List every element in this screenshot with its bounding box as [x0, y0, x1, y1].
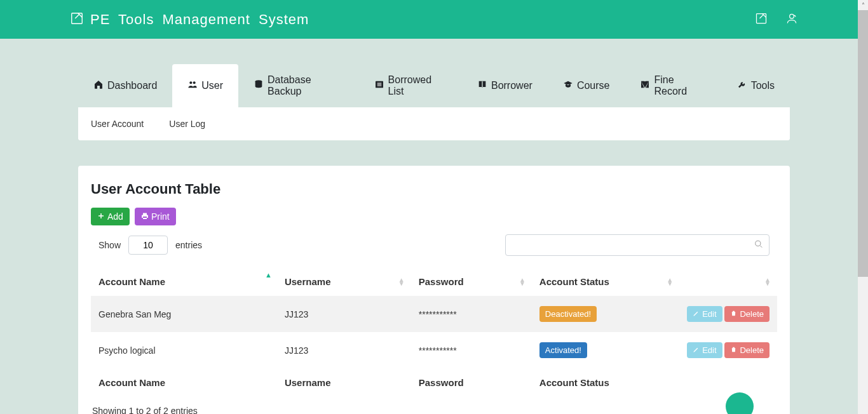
sort-icon: ▲▼ — [764, 278, 771, 286]
cell-status: Activated! — [532, 332, 679, 368]
panel-buttons: Add Print — [91, 208, 777, 225]
scroll-thumb[interactable] — [858, 10, 868, 277]
cell-status: Deactivated! — [532, 296, 679, 332]
tab-borrowed-list[interactable]: Borrowed List — [359, 64, 462, 107]
sort-icon: ▲▼ — [667, 278, 673, 286]
cell-account-name: Genebra San Meg — [91, 296, 277, 332]
edit-label: Edit — [702, 309, 716, 319]
print-icon — [141, 211, 149, 222]
svg-point-3 — [190, 81, 193, 84]
sort-asc-icon: ▲ — [265, 271, 272, 279]
search-wrap — [505, 234, 770, 256]
book-icon — [477, 79, 487, 92]
table-info: Showing 1 to 2 of 2 entries — [91, 397, 777, 414]
table-row: Genebra San Meg JJ123 *********** Deacti… — [91, 296, 777, 332]
cell-password: *********** — [411, 296, 532, 332]
status-badge: Activated! — [539, 342, 587, 358]
scrollbar[interactable]: ˄ — [858, 0, 868, 414]
entries-input[interactable] — [128, 236, 168, 255]
edit-button[interactable]: Edit — [687, 306, 722, 322]
print-button[interactable]: Print — [135, 208, 176, 225]
footcol-actions — [679, 368, 777, 397]
list-icon — [374, 79, 384, 92]
subtab-user-account[interactable]: User Account — [91, 119, 144, 129]
users-icon — [187, 79, 198, 92]
tab-label: Course — [577, 80, 610, 91]
tab-label: Dashboard — [107, 80, 157, 91]
cell-actions: Edit Delete — [679, 296, 777, 332]
edit-button[interactable]: Edit — [687, 342, 722, 358]
subtab-user-log[interactable]: User Log — [169, 119, 205, 129]
delete-label: Delete — [740, 309, 764, 319]
panel-user-account: User Account Table Add Print Show entrie… — [78, 166, 790, 414]
subtabs: User Account User Log — [78, 107, 790, 140]
show-entries: Show entries — [98, 236, 202, 255]
trash-icon — [730, 345, 737, 355]
col-password[interactable]: Password ▲▼ — [411, 267, 532, 296]
col-label: Username — [285, 276, 331, 287]
cell-account-name: Psycho logical — [91, 332, 277, 368]
pencil-icon — [693, 309, 700, 319]
trash-icon — [730, 309, 737, 319]
topbar: PE Tools Management System — [0, 0, 868, 39]
tab-label: Borrower — [491, 80, 532, 91]
col-account-name[interactable]: Account Name ▲ — [91, 267, 277, 296]
tab-label: Database Backup — [268, 74, 344, 97]
tab-label: Fine Record — [654, 74, 706, 97]
tab-label: Borrowed List — [388, 74, 447, 97]
footcol-username: Username — [277, 368, 411, 397]
tab-course[interactable]: Course — [548, 64, 625, 107]
svg-point-2 — [790, 14, 794, 18]
col-username[interactable]: Username ▲▼ — [277, 267, 411, 296]
cell-username: JJ123 — [277, 296, 411, 332]
delete-button[interactable]: Delete — [724, 342, 770, 358]
entries-label: entries — [175, 240, 202, 250]
sort-icon: ▲▼ — [398, 278, 405, 286]
user-support-icon[interactable] — [785, 12, 798, 27]
add-button[interactable]: Add — [91, 208, 130, 225]
tab-label: User — [201, 80, 223, 91]
scroll-up-icon[interactable]: ˄ — [858, 0, 868, 10]
app-logo-icon — [70, 11, 84, 27]
home-icon — [93, 79, 104, 92]
footcol-status: Account Status — [532, 368, 679, 397]
user-table: Account Name ▲ Username ▲▼ Password ▲▼ A… — [91, 267, 777, 397]
search-input[interactable] — [505, 234, 770, 256]
pencil-icon — [693, 345, 700, 355]
graduation-cap-icon — [563, 79, 573, 92]
edit-label: Edit — [702, 345, 716, 355]
show-label: Show — [98, 240, 121, 250]
delete-button[interactable]: Delete — [724, 306, 770, 322]
delete-label: Delete — [740, 345, 764, 355]
svg-rect-1 — [757, 14, 766, 23]
svg-point-4 — [193, 81, 196, 84]
tabs-bar: Dashboard User Database Backup Borrowed … — [78, 64, 790, 107]
brand: PE Tools Management System — [70, 11, 755, 28]
tab-dashboard[interactable]: Dashboard — [78, 64, 172, 107]
tab-label: Tools — [751, 80, 775, 91]
print-button-label: Print — [151, 211, 170, 222]
compose-icon[interactable] — [755, 12, 768, 27]
col-label: Account Name — [98, 276, 165, 287]
tab-tools[interactable]: Tools — [722, 64, 790, 107]
brand-title: PE Tools Management System — [90, 11, 309, 28]
col-actions[interactable]: ▲▼ — [679, 267, 777, 296]
tab-borrower[interactable]: Borrower — [462, 64, 548, 107]
col-label: Password — [419, 276, 464, 287]
add-button-label: Add — [107, 211, 123, 222]
cell-actions: Edit Delete — [679, 332, 777, 368]
cell-password: *********** — [411, 332, 532, 368]
tab-user[interactable]: User — [172, 64, 238, 107]
table-row: Psycho logical JJ123 *********** Activat… — [91, 332, 777, 368]
tab-database-backup[interactable]: Database Backup — [238, 64, 359, 107]
col-status[interactable]: Account Status ▲▼ — [532, 267, 679, 296]
book-open-icon — [640, 79, 650, 92]
tab-fine-record[interactable]: Fine Record — [625, 64, 721, 107]
panel-title: User Account Table — [91, 181, 777, 197]
plus-icon — [97, 211, 105, 222]
svg-rect-0 — [72, 13, 83, 24]
wrench-icon — [737, 79, 747, 92]
sort-icon: ▲▼ — [519, 278, 526, 286]
footcol-password: Password — [411, 368, 532, 397]
cell-username: JJ123 — [277, 332, 411, 368]
